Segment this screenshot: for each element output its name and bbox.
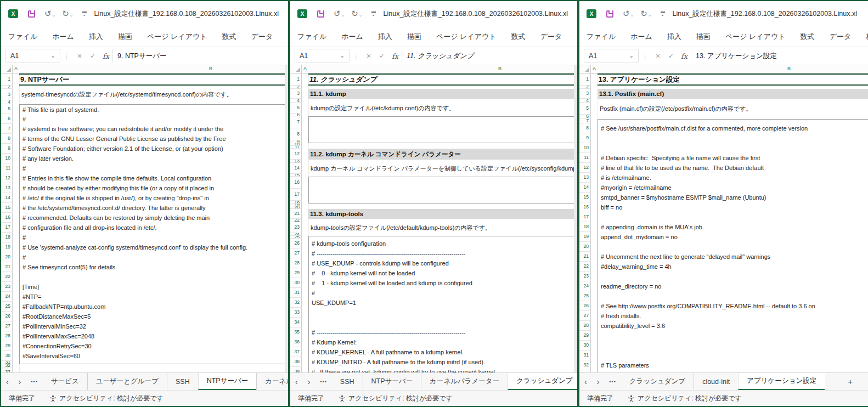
code-cell[interactable] [302, 318, 577, 327]
code-cell[interactable]: #PollIntervalMinSec=32 [13, 321, 288, 331]
row-header[interactable]: 3 [1, 89, 13, 100]
code-cell[interactable]: #PollIntervalMaxSec=2048 [13, 331, 288, 341]
row-header[interactable]: 27 [290, 248, 302, 258]
redo-button[interactable]: ↻⌄ [640, 10, 651, 18]
section-header-cell[interactable]: 11.2. kdump カーネル コマンドライン パラメーター [302, 149, 577, 160]
row-header[interactable]: 38 [290, 357, 302, 367]
row-header[interactable]: 23 [290, 222, 302, 233]
accessibility-status[interactable]: アクセシビリティ: 検討が必要です [339, 394, 453, 403]
ribbon-tab[interactable]: 挿入 [667, 32, 681, 42]
code-cell[interactable] [591, 242, 868, 252]
cancel-icon[interactable]: × [651, 47, 664, 65]
column-header-b[interactable]: B [787, 66, 791, 71]
row-header[interactable]: 28 [579, 321, 591, 331]
code-cell[interactable] [302, 177, 577, 189]
ribbon-tab[interactable]: 数式 [801, 32, 815, 42]
code-cell[interactable]: # Software Foundation; either version 2.… [13, 144, 288, 154]
code-cell[interactable]: # TLS parameters [591, 360, 868, 370]
name-box[interactable]: A1⌄ [5, 49, 60, 63]
code-cell[interactable] [591, 341, 868, 351]
sheet-title-cell[interactable]: 11. クラッシュダンプ [302, 74, 577, 86]
row-header[interactable]: 20 [579, 242, 591, 252]
row-header[interactable]: 9 [1, 144, 13, 154]
row-header[interactable]: 12 [579, 163, 591, 173]
column-header-a[interactable]: A [593, 66, 596, 71]
ribbon-tab[interactable]: ページ レイアウト [725, 32, 786, 42]
row-header[interactable]: 23 [1, 282, 13, 292]
sheet-title-cell[interactable]: 13. アプリケーション設定 [591, 74, 868, 86]
row-header[interactable]: 6 [1, 114, 13, 124]
row-header[interactable]: 17 [290, 189, 302, 201]
row-header[interactable]: 30 [290, 278, 302, 288]
row-header[interactable]: 6 [579, 115, 591, 119]
description-cell[interactable]: kdumpの設定ファイル(/etc/kdump.conf)の内容です。 [302, 103, 577, 114]
column-header-a[interactable]: A [303, 66, 307, 71]
sheet-tab[interactable]: クラッシュダンプ [621, 373, 694, 390]
row-header[interactable]: 8 [579, 123, 591, 133]
code-cell[interactable]: # Kdump Kernel: [302, 337, 577, 347]
insert-function-icon[interactable]: fx [388, 47, 402, 65]
row-header[interactable]: 17 [579, 212, 591, 222]
ribbon-tab[interactable]: ファイル [587, 32, 616, 42]
code-cell[interactable]: # /etc/ if the original file is shipped … [13, 193, 288, 203]
ribbon-tab[interactable]: ページ レイアウト [147, 32, 207, 42]
sheet-nav-next-icon[interactable]: › [592, 373, 605, 390]
row-header[interactable]: 3 [579, 89, 591, 99]
code-cell[interactable]: #ConnectionRetrySec=30 [13, 341, 288, 351]
sheet-title-cell[interactable]: 9. NTPサーバー [13, 74, 288, 86]
cancel-icon[interactable]: × [73, 47, 86, 65]
code-cell[interactable]: # See /usr/share/postfix/main.cf.dist fo… [591, 123, 868, 133]
row-header[interactable]: 36 [290, 337, 302, 347]
code-cell[interactable]: # KDUMP_INITRD - A full pathname to the … [302, 357, 577, 367]
row-header[interactable]: 5 [579, 103, 591, 115]
save-icon[interactable] [28, 10, 35, 18]
row-header[interactable]: 30 [1, 351, 13, 361]
row-header[interactable]: 35 [290, 327, 302, 337]
save-icon[interactable] [606, 10, 613, 18]
row-header[interactable]: 32 [290, 298, 302, 308]
code-cell[interactable] [302, 128, 577, 140]
row-header[interactable]: 8 [290, 128, 302, 140]
row-header[interactable]: 4 [579, 99, 591, 103]
code-cell[interactable]: append_dot_mydomain = no [591, 232, 868, 242]
insert-function-icon[interactable]: fx [678, 47, 691, 65]
sheet-nav-next-icon[interactable]: › [303, 373, 315, 390]
row-header[interactable]: 5 [290, 103, 302, 114]
code-cell[interactable] [302, 116, 577, 128]
row-header[interactable]: 15 [579, 193, 591, 202]
row-header[interactable]: 31 [579, 351, 591, 360]
code-cell[interactable]: # configuration file and all drop-ins lo… [13, 223, 288, 233]
code-cell[interactable]: # This file is part of systemd. [13, 104, 288, 114]
code-cell[interactable]: # [302, 288, 577, 298]
description-cell[interactable]: kdump カーネル コマンドライン パラメーターを制御している設定ファイル(/… [302, 163, 577, 174]
row-header[interactable]: 25 [1, 302, 13, 312]
row-header[interactable]: 29 [579, 331, 591, 341]
row-header[interactable]: 30 [579, 341, 591, 351]
code-cell[interactable]: USE_KDUMP=1 [302, 298, 577, 308]
code-cell[interactable]: # See timesyncd.conf(5) for details. [13, 262, 288, 272]
row-header[interactable]: 21 [290, 209, 302, 219]
code-cell[interactable]: #SaveIntervalSec=60 [13, 351, 288, 361]
sheet-nav-next-icon[interactable]: › [14, 373, 26, 390]
empty-cell[interactable] [591, 115, 868, 119]
code-cell[interactable]: # the /etc/systemd/timesyncd.conf.d/ dir… [13, 203, 288, 213]
sheet-nav-more-icon[interactable]: ••• [315, 373, 331, 390]
description-cell[interactable]: kdump-toolsの設定ファイル(/etc/default/kdump-to… [302, 222, 577, 233]
code-cell[interactable]: # If these are not set, kdump-config wil… [302, 367, 577, 372]
code-cell[interactable] [591, 272, 868, 281]
row-header[interactable]: 26 [1, 312, 13, 321]
row-header[interactable]: 27 [1, 321, 13, 331]
empty-cell[interactable] [591, 119, 868, 123]
code-cell[interactable] [591, 143, 868, 153]
row-header[interactable]: 13 [1, 183, 13, 193]
empty-cell[interactable] [13, 368, 288, 372]
row-header[interactable]: 5 [1, 104, 13, 114]
code-cell[interactable]: # fresh installs. [591, 311, 868, 321]
empty-cell[interactable] [591, 99, 868, 103]
code-cell[interactable]: # [13, 163, 288, 173]
row-header[interactable]: 32 [579, 360, 591, 370]
qat-customize-button[interactable]: ⌄ [661, 12, 665, 16]
row-header[interactable]: 12 [1, 173, 13, 183]
ribbon-tab[interactable]: データ [540, 32, 562, 42]
enter-icon[interactable]: ✓ [375, 47, 388, 65]
